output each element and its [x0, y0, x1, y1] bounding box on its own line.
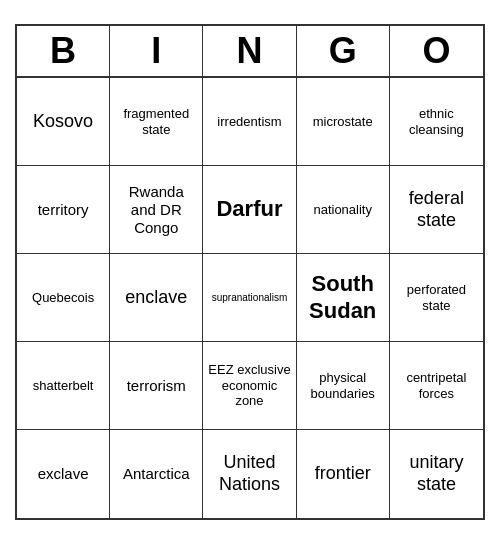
bingo-cell[interactable]: Quebecois	[17, 254, 110, 342]
bingo-cell[interactable]: frontier	[297, 430, 390, 518]
bingo-cell[interactable]: exclave	[17, 430, 110, 518]
bingo-cell[interactable]: microstate	[297, 78, 390, 166]
bingo-cell[interactable]: Darfur	[203, 166, 296, 254]
header-letter: N	[203, 26, 296, 76]
bingo-cell[interactable]: United Nations	[203, 430, 296, 518]
bingo-header: BINGO	[17, 26, 483, 78]
bingo-cell[interactable]: unitary state	[390, 430, 483, 518]
bingo-cell[interactable]: supranationalism	[203, 254, 296, 342]
header-letter: I	[110, 26, 203, 76]
bingo-cell[interactable]: centripetal forces	[390, 342, 483, 430]
bingo-cell[interactable]: Antarctica	[110, 430, 203, 518]
bingo-cell[interactable]: ethnic cleansing	[390, 78, 483, 166]
bingo-cell[interactable]: perforated state	[390, 254, 483, 342]
bingo-cell[interactable]: South Sudan	[297, 254, 390, 342]
bingo-cell[interactable]: EEZ exclusive economic zone	[203, 342, 296, 430]
bingo-cell[interactable]: federal state	[390, 166, 483, 254]
bingo-cell[interactable]: physical boundaries	[297, 342, 390, 430]
bingo-cell[interactable]: territory	[17, 166, 110, 254]
bingo-cell[interactable]: nationality	[297, 166, 390, 254]
bingo-cell[interactable]: terrorism	[110, 342, 203, 430]
bingo-cell[interactable]: fragmented state	[110, 78, 203, 166]
bingo-cell[interactable]: Kosovo	[17, 78, 110, 166]
bingo-cell[interactable]: irredentism	[203, 78, 296, 166]
bingo-grid: Kosovofragmented stateirredentismmicrost…	[17, 78, 483, 518]
header-letter: B	[17, 26, 110, 76]
bingo-cell[interactable]: enclave	[110, 254, 203, 342]
header-letter: O	[390, 26, 483, 76]
header-letter: G	[297, 26, 390, 76]
bingo-cell[interactable]: shatterbelt	[17, 342, 110, 430]
bingo-cell[interactable]: Rwanda and DR Congo	[110, 166, 203, 254]
bingo-card: BINGO Kosovofragmented stateirredentismm…	[15, 24, 485, 520]
